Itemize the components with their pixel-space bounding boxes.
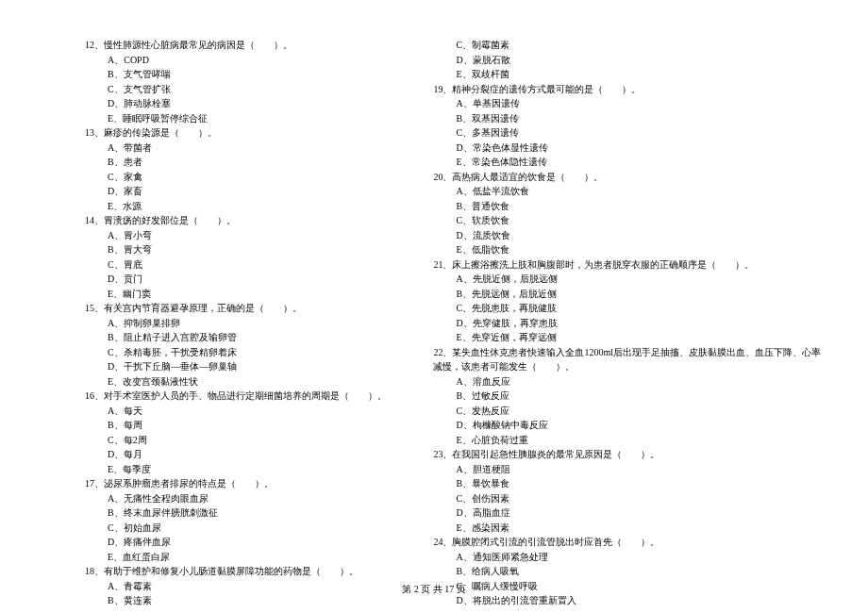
right-option-4-4: E、感染因素 xyxy=(433,521,821,536)
right-option-0-2: C、多基因遗传 xyxy=(433,125,821,141)
right-option-1-0: A、低盐半流饮食 xyxy=(433,184,821,199)
right-option-1-3: D、流质饮食 xyxy=(433,228,821,243)
right-preopt-2: E、双歧杆菌 xyxy=(433,67,821,82)
left-option-5-4: E、血红蛋白尿 xyxy=(85,550,395,565)
left-option-3-1: B、阻止精子进入宫腔及输卵管 xyxy=(85,330,395,345)
right-option-5-1: B、给病人吸氧 xyxy=(433,564,821,579)
right-option-2-3: D、先穿健肢，再穿患肢 xyxy=(433,316,821,331)
left-question-6: 18、有助于维护和修复小儿肠道黏膜屏障功能的药物是（ ）。 xyxy=(85,564,395,579)
right-option-2-1: B、先脱远侧，后脱近侧 xyxy=(433,287,821,302)
left-option-0-2: C、支气管扩张 xyxy=(85,82,395,97)
right-option-0-4: E、常染色体隐性遗传 xyxy=(433,155,821,170)
left-option-2-2: C、胃底 xyxy=(85,257,395,273)
left-option-0-3: D、肺动脉栓塞 xyxy=(85,96,395,111)
left-option-2-4: E、幽门窦 xyxy=(85,287,395,302)
right-option-3-3: D、枸橼酸钠中毒反应 xyxy=(433,418,821,433)
right-option-4-1: B、暴饮暴食 xyxy=(433,476,821,491)
right-question-2: 21、床上擦浴擦洗上肢和胸腹部时，为患者脱穿衣服的正确顺序是（ ）。 xyxy=(433,257,821,273)
page-footer: 第 2 页 共 17 页 xyxy=(0,583,868,596)
right-option-2-4: E、先穿近侧，再穿远侧 xyxy=(433,330,821,345)
right-option-0-3: D、常染色体显性遗传 xyxy=(433,141,821,156)
right-option-0-1: B、双基因遗传 xyxy=(433,111,821,126)
right-question-3-line2: 减慢，该患者可能发生（ ）。 xyxy=(433,359,821,374)
left-option-4-4: E、每季度 xyxy=(85,462,395,477)
left-option-2-3: D、贲门 xyxy=(85,272,395,287)
left-question-2: 14、胃溃疡的好发部位是（ ）。 xyxy=(85,213,395,228)
right-option-4-0: A、胆道梗阻 xyxy=(433,462,821,477)
right-question-5: 24、胸膜腔闭式引流的引流管脱出时应首先（ ）。 xyxy=(433,535,821,550)
right-option-3-1: B、过敏反应 xyxy=(433,389,821,404)
left-option-0-0: A、COPD xyxy=(85,53,395,68)
left-option-3-3: D、干扰下丘脑—垂体—卵巢轴 xyxy=(85,359,395,374)
right-question-0: 19、精神分裂症的遗传方式最可能的是（ ）。 xyxy=(433,82,821,97)
left-question-4: 16、对手术室医护人员的手、物品进行定期细菌培养的周期是（ ）。 xyxy=(85,389,395,404)
right-preopt-0: C、制霉菌素 xyxy=(433,38,821,53)
left-option-1-4: E、水源 xyxy=(85,199,395,214)
left-option-4-0: A、每天 xyxy=(85,404,395,419)
left-option-4-1: B、每周 xyxy=(85,418,395,433)
left-question-1: 13、麻疹的传染源是（ ）。 xyxy=(85,125,395,141)
right-question-4: 23、在我国引起急性胰腺炎的最常见原因是（ ）。 xyxy=(433,447,821,462)
left-option-4-2: C、每2周 xyxy=(85,433,395,448)
left-option-0-4: E、睡眠呼吸暂停综合征 xyxy=(85,111,395,126)
right-option-3-4: E、心脏负荷过重 xyxy=(433,433,821,448)
left-option-2-1: B、胃大弯 xyxy=(85,242,395,257)
left-option-5-0: A、无痛性全程肉眼血尿 xyxy=(85,491,395,506)
right-option-2-0: A、先脱近侧，后脱远侧 xyxy=(433,272,821,287)
left-option-2-0: A、胃小弯 xyxy=(85,228,395,243)
right-option-3-2: C、发热反应 xyxy=(433,404,821,419)
left-question-5: 17、泌尿系肿瘤患者排尿的特点是（ ）。 xyxy=(85,476,395,491)
left-option-5-1: B、终末血尿伴膀胱刺激征 xyxy=(85,505,395,521)
right-option-3-0: A、溶血反应 xyxy=(433,374,821,389)
right-question-3: 22、某失血性休克患者快速输入全血1200ml后出现手足抽搐、皮肤黏膜出血、血压… xyxy=(433,345,821,360)
right-option-5-0: A、通知医师紧急处理 xyxy=(433,550,821,565)
right-option-4-3: D、高脂血症 xyxy=(433,505,821,521)
left-option-3-2: C、杀精毒胚，干扰受精卵着床 xyxy=(85,345,395,360)
left-option-1-2: C、家禽 xyxy=(85,170,395,185)
left-option-4-3: D、每月 xyxy=(85,447,395,462)
right-option-1-2: C、软质饮食 xyxy=(433,213,821,228)
left-option-0-1: B、支气管哮喘 xyxy=(85,67,395,82)
right-option-0-0: A、单基因遗传 xyxy=(433,96,821,111)
left-question-0: 12、慢性肺源性心脏病最常见的病因是（ ）。 xyxy=(85,38,395,53)
left-option-3-4: E、改变宫颈黏液性状 xyxy=(85,374,395,389)
right-option-4-2: C、创伤因素 xyxy=(433,491,821,506)
right-option-1-1: B、普通饮食 xyxy=(433,199,821,214)
right-question-1: 20、高热病人最适宜的饮食是（ ）。 xyxy=(433,170,821,185)
left-option-1-0: A、带菌者 xyxy=(85,141,395,156)
left-option-5-3: D、疼痛伴血尿 xyxy=(85,535,395,550)
left-option-5-2: C、初始血尿 xyxy=(85,521,395,536)
left-option-1-1: B、患者 xyxy=(85,155,395,170)
left-option-3-0: A、抑制卵巢排卵 xyxy=(85,316,395,331)
left-question-3: 15、有关宫内节育器避孕原理，正确的是（ ）。 xyxy=(85,301,395,316)
right-option-1-4: E、低脂饮食 xyxy=(433,242,821,257)
right-preopt-1: D、蒙脱石散 xyxy=(433,53,821,68)
left-option-1-3: D、家畜 xyxy=(85,184,395,199)
right-option-2-2: C、先脱患肢，再脱健肢 xyxy=(433,301,821,316)
